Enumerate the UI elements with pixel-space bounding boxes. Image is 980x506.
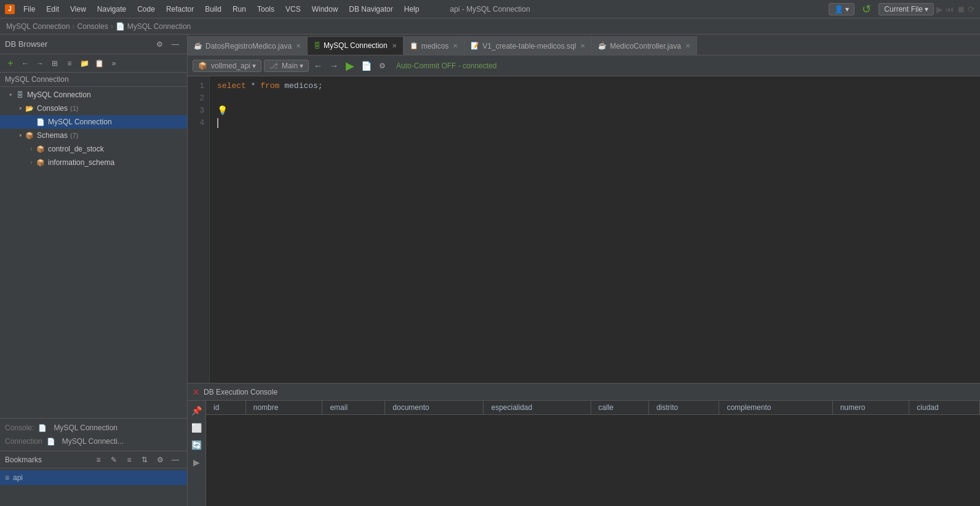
- bottom-action-pin[interactable]: 📌: [189, 403, 204, 418]
- stop-nav-arrow: ⏹: [957, 4, 965, 14]
- schema-dropdown[interactable]: 📦 vollmed_api ▾: [193, 60, 261, 72]
- bookmarks-panel: Bookmarks ≡ ✎ ≡ ⇅ ⚙ — ≡ api: [0, 451, 187, 506]
- tab-label-controller: MedicoController.java: [610, 42, 680, 50]
- copy-icon-btn[interactable]: 📋: [92, 57, 106, 70]
- bookmarks-filter-icon[interactable]: ≡: [122, 453, 136, 467]
- bookmarks-edit-icon[interactable]: ✎: [107, 453, 121, 467]
- sidebar-toolbar: + ← → ⊞ ≡ 📁 📋 »: [0, 54, 187, 73]
- bottom-close-icon[interactable]: ✕: [193, 387, 200, 397]
- code-line-4: [217, 117, 973, 129]
- tab-close-controller[interactable]: ✕: [685, 42, 690, 49]
- menu-navigate[interactable]: Navigate: [92, 4, 131, 15]
- tab-medicos[interactable]: 📋 medicos ✕: [404, 36, 465, 55]
- app-icon: J: [5, 4, 15, 14]
- menu-run[interactable]: Run: [228, 4, 251, 15]
- tree-arrow-schemas: ▾: [16, 131, 25, 140]
- back-icon-btn[interactable]: ←: [18, 57, 32, 70]
- bookmarks-sort-icon[interactable]: ⇅: [138, 453, 151, 467]
- user-icon-btn[interactable]: 👤 ▾: [829, 3, 855, 15]
- editor-area: 1 2 3 4 select * from medicos; 💡: [188, 76, 980, 383]
- tab-mysql-connection[interactable]: 🗄 MySQL Connection ✕: [308, 36, 404, 55]
- tab-label-mysql: MySQL Connection: [324, 41, 388, 50]
- col-especialidad: especialidad: [484, 401, 591, 415]
- tree-area: ▾ 🗄 MySQL Connection ▾ 📂 Consoles (1) 📄 …: [0, 87, 187, 418]
- tab-datos-registro[interactable]: ☕ DatosRegistroMedico.java ✕: [188, 36, 308, 55]
- tab-icon-medicos: 📋: [410, 42, 418, 50]
- bookmark-item-api[interactable]: ≡ api: [0, 470, 187, 485]
- menu-view[interactable]: View: [65, 4, 91, 15]
- content-area: ☕ DatosRegistroMedico.java ✕ 🗄 MySQL Con…: [188, 34, 980, 506]
- tab-label-medicos: medicos: [421, 42, 449, 50]
- toolbar-output-btn[interactable]: 📄: [359, 59, 373, 73]
- minimize-icon-btn[interactable]: —: [169, 38, 182, 51]
- folder-icon-btn[interactable]: 📁: [78, 57, 91, 70]
- menu-build[interactable]: Build: [200, 4, 226, 15]
- current-file-btn[interactable]: Current File ▾: [878, 3, 934, 15]
- tree-item-consoles[interactable]: ▾ 📂 Consoles (1): [0, 102, 187, 115]
- editor-content[interactable]: select * from medicos; 💡: [210, 76, 980, 383]
- bookmarks-close-icon[interactable]: —: [169, 453, 182, 467]
- bookmarks-list: ≡ api: [0, 468, 187, 487]
- tree-icon-btn[interactable]: ⊞: [48, 57, 62, 70]
- current-file-label: Current File: [884, 5, 923, 14]
- menu-vcs[interactable]: VCS: [281, 4, 306, 15]
- bookmarks-title: Bookmarks: [5, 456, 42, 464]
- results-data-table: id nombre email documento especialidad c…: [206, 401, 980, 415]
- add-icon-btn[interactable]: +: [4, 57, 17, 70]
- tab-v1-create[interactable]: 📝 V1_create-table-medicos.sql ✕: [464, 36, 592, 55]
- line-num-3: 3: [188, 105, 209, 117]
- filter-icon-btn[interactable]: ≡: [63, 57, 76, 70]
- line-num-4: 4: [188, 117, 209, 129]
- breadcrumb-part3[interactable]: MySQL Connection: [127, 22, 191, 31]
- toolbar-settings-btn[interactable]: ⚙: [375, 59, 389, 73]
- tree-item-mysql-root[interactable]: ▾ 🗄 MySQL Connection: [0, 88, 187, 102]
- settings-icon-btn[interactable]: ⚙: [153, 38, 166, 51]
- toolbar-forward-btn[interactable]: →: [327, 59, 341, 73]
- tab-close-datos[interactable]: ✕: [296, 42, 301, 49]
- menu-dbnavigator[interactable]: DB Navigator: [344, 4, 397, 15]
- tree-icon-schemas: 📦: [25, 131, 34, 140]
- menu-refactor[interactable]: Refactor: [161, 4, 199, 15]
- bookmarks-list-icon[interactable]: ≡: [92, 453, 105, 467]
- tab-close-mysql[interactable]: ✕: [392, 42, 397, 49]
- breadcrumb-part2[interactable]: Consoles: [78, 22, 108, 31]
- tree-arrow-consoles: ▾: [16, 104, 25, 113]
- tree-item-control-stock[interactable]: › 📦 control_de_stock: [0, 142, 187, 156]
- run-query-btn[interactable]: ▶: [343, 59, 357, 73]
- footer-console-row: Console: 📄 MySQL Connection: [5, 421, 182, 435]
- schema-icon: 📦: [198, 62, 207, 70]
- auto-commit-status: Auto-Commit OFF - connected: [396, 62, 496, 70]
- tree-item-console-selected[interactable]: 📄 MySQL Connection: [0, 115, 187, 129]
- tab-close-v1[interactable]: ✕: [580, 42, 585, 49]
- breadcrumb-part1[interactable]: MySQL Connection: [6, 22, 70, 31]
- bottom-action-square[interactable]: ⬜: [189, 420, 204, 435]
- tab-close-medicos[interactable]: ✕: [453, 42, 458, 49]
- tree-connection-label: MySQL Connection: [0, 73, 187, 87]
- tab-medico-controller[interactable]: ☕ MedicoController.java ✕: [592, 36, 696, 55]
- tree-item-schemas[interactable]: ▾ 📦 Schemas (7): [0, 129, 187, 142]
- bottom-action-play[interactable]: ▶: [189, 455, 204, 470]
- menu-help[interactable]: Help: [399, 4, 424, 15]
- code-line-2: [217, 92, 973, 105]
- menu-code[interactable]: Code: [132, 4, 160, 15]
- menu-tools[interactable]: Tools: [252, 4, 279, 15]
- schema-arrow: ▾: [252, 62, 256, 70]
- forward-icon-btn[interactable]: →: [33, 57, 47, 70]
- tree-icon-consoles: 📂: [25, 103, 34, 113]
- bookmarks-settings-icon[interactable]: ⚙: [153, 453, 167, 467]
- tree-icon-info-schema: 📦: [36, 158, 46, 167]
- bottom-action-refresh[interactable]: 🔄: [189, 438, 204, 452]
- col-documento: documento: [385, 401, 484, 415]
- breadcrumb: MySQL Connection › Consoles › 📄 MySQL Co…: [0, 18, 980, 34]
- more-icon-btn[interactable]: »: [107, 57, 121, 70]
- menu-edit[interactable]: Edit: [41, 4, 64, 15]
- menu-window[interactable]: Window: [307, 4, 343, 15]
- schema-label: vollmed_api: [211, 62, 250, 70]
- sidebar-footer: Console: 📄 MySQL Connection Connection 📄…: [0, 418, 187, 451]
- tree-item-info-schema[interactable]: › 📦 information_schema: [0, 156, 187, 169]
- toolbar-back-btn[interactable]: ←: [311, 59, 325, 73]
- update-icon[interactable]: ↺: [857, 1, 876, 17]
- tab-bar: ☕ DatosRegistroMedico.java ✕ 🗄 MySQL Con…: [188, 34, 980, 55]
- branch-dropdown[interactable]: ⎇ Main ▾: [264, 60, 309, 72]
- menu-file[interactable]: File: [18, 4, 40, 15]
